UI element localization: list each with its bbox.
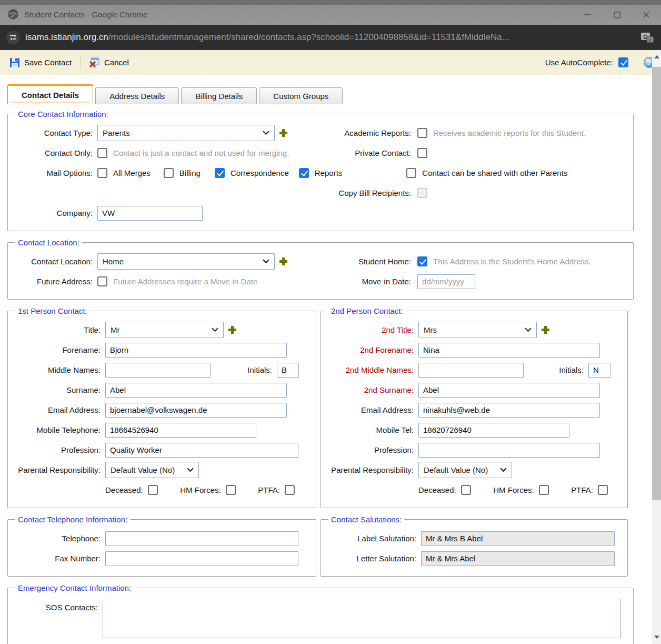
close-button[interactable]: ✕ [632,5,661,25]
second-surname-label: 2nd Surname: [326,385,418,395]
contact-only-checkbox[interactable] [97,148,107,158]
academic-reports-label: Academic Reports: [325,128,417,137]
add-title-button[interactable] [228,326,236,334]
cancel-button[interactable]: Cancel [86,55,132,70]
surname-input[interactable] [105,383,287,398]
academic-reports-hint: Receives academic reports for this Stude… [433,128,586,137]
second-mobile-input[interactable] [418,423,569,438]
mail-option-all-merges-checkbox[interactable] [97,168,107,178]
tab-custom-groups[interactable]: Custom Groups [259,87,343,104]
save-contact-label: Save Contact [24,58,72,67]
sos-contacts-label: SOS Contacts: [13,599,103,612]
scroll-down-button[interactable] [652,630,661,644]
label-salutation-input[interactable] [421,531,615,546]
middle-names-input[interactable] [105,363,211,378]
initials-input[interactable] [277,363,299,378]
add-contact-location-button[interactable] [279,257,287,265]
title-label: Title: [13,325,105,335]
letter-salutation-input[interactable] [421,551,615,566]
second-profession-label: Profession: [326,445,418,455]
telephone-input[interactable] [105,531,298,546]
fax-number-label: Fax Number: [13,554,105,563]
chevron-down-icon [187,468,194,472]
academic-reports-checkbox[interactable] [417,128,427,138]
student-home-label: Student Home: [325,257,417,266]
email-input[interactable] [105,403,287,418]
svg-text:x: x [649,37,652,42]
tab-bar: Contact Details Address Details Billing … [7,84,652,104]
address-bar[interactable]: isams.istianjin.org.cn/modules/studentma… [0,25,661,50]
second-forename-input[interactable] [418,343,600,358]
mail-option-correspondence-checkbox[interactable] [215,168,225,178]
company-input[interactable] [97,206,203,221]
chevron-down-icon [500,468,507,472]
maximize-button[interactable] [602,5,632,25]
tab-contact-details[interactable]: Contact Details [7,84,93,104]
minimize-icon [584,14,591,15]
mail-option-billing-checkbox[interactable] [164,168,174,178]
telephone-legend: Contact Telephone Information: [15,515,130,524]
forename-input[interactable] [105,343,287,358]
second-title-select[interactable]: Mrs [418,322,537,338]
shared-contact-checkbox[interactable] [406,168,416,178]
contact-type-select[interactable]: Parents [97,125,275,141]
scroll-down-icon [654,636,659,639]
movein-date-input[interactable] [417,274,475,289]
second-surname-input[interactable] [418,383,600,398]
url-path: /modules/studentmanagement/shared/contac… [108,32,509,42]
second-email-input[interactable] [418,403,600,418]
second-deceased-checkbox[interactable] [461,485,471,495]
add-contact-type-button[interactable] [279,129,287,137]
second-middle-names-input[interactable] [418,363,524,378]
profession-input[interactable] [105,443,298,458]
translate-icon[interactable]: G x [640,31,655,45]
second-profession-input[interactable] [418,443,600,458]
save-contact-button[interactable]: Save Contact [6,55,75,70]
second-ptfa-checkbox[interactable] [598,485,608,495]
label-salutation-label: Label Salutation: [326,534,421,543]
chevron-down-icon [263,259,269,264]
second-forename-label: 2nd Forename: [326,345,418,355]
parental-responsibility-value: Default Value (No) [111,465,175,474]
movein-date-label: Move-in Date: [325,277,417,286]
salutations-section: Contact Salutations: Label Salutation: L… [321,515,628,577]
add-second-title-button[interactable] [542,326,549,334]
contact-location-select[interactable]: Home [97,253,275,270]
private-contact-checkbox[interactable] [417,148,427,158]
scroll-up-button[interactable] [652,50,661,64]
fax-number-input[interactable] [105,551,298,566]
deceased-checkbox[interactable] [148,485,158,495]
second-hm-forces-checkbox[interactable] [539,485,549,495]
hm-forces-checkbox[interactable] [226,485,236,495]
title-select[interactable]: Mr [105,322,224,338]
mobile-input[interactable] [105,423,256,438]
parental-responsibility-select[interactable]: Default Value (No) [105,462,199,478]
first-person-legend: 1st Person Contact: [15,306,90,315]
second-parental-responsibility-select[interactable]: Default Value (No) [418,462,512,478]
minimize-button[interactable] [573,5,602,25]
toolbar-divider-right [636,56,636,70]
title-value: Mr [111,325,120,334]
toolbar: Save Contact Cancel Use AutoComplete: ? [0,50,661,75]
scrollbar-thumb[interactable] [652,67,661,500]
tab-address-details[interactable]: Address Details [95,87,179,104]
scrollbar[interactable] [652,50,661,644]
future-address-label: Future Address: [13,277,97,286]
future-address-checkbox[interactable] [97,276,107,286]
chevron-down-icon [263,131,269,135]
sos-contacts-textarea[interactable] [103,599,621,638]
shared-contact-label: Contact can be shared with other Parents [422,169,567,177]
contact-location-label: Contact Location: [13,257,97,266]
site-settings-icon[interactable] [6,31,20,44]
second-mobile-label: Mobile Tel: [326,425,418,435]
student-home-checkbox[interactable] [417,256,427,266]
toolbar-divider [80,56,81,70]
tab-billing-details[interactable]: Billing Details [181,87,257,104]
url-text[interactable]: isams.istianjin.org.cn/modules/studentma… [25,32,640,43]
mail-option-reports-checkbox[interactable] [299,168,309,178]
ptfa-checkbox[interactable] [285,485,295,495]
ptfa-label: PTFA: [258,486,280,494]
second-initials-input[interactable] [588,363,610,378]
autocomplete-checkbox[interactable] [618,57,628,67]
second-person-legend: 2nd Person Contact: [328,306,406,315]
